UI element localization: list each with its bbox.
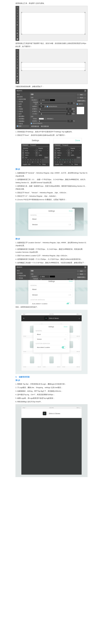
spread-slider[interactable] (39, 111, 67, 112)
effect-row-selected[interactable]: 投影 (16, 125, 29, 128)
kerning-input[interactable]: Metrics▾ (24, 152, 35, 154)
set-default-button[interactable]: 设置为默认值 (31, 125, 39, 128)
tool-icon[interactable]: ✦ (16, 29, 19, 32)
tab-character[interactable]: Character (21, 144, 29, 146)
tool-icon[interactable]: ✂ (16, 55, 19, 58)
anchor-point[interactable] (84, 12, 85, 13)
effect-row[interactable]: 外发光 (16, 122, 29, 125)
tool-icon[interactable]: ✎ (16, 15, 19, 18)
global-light-checkbox[interactable] (47, 106, 48, 107)
ok-button[interactable]: 确定 (76, 94, 86, 96)
tool-icon[interactable]: ▭ (16, 20, 19, 23)
tool-icon[interactable]: T (16, 61, 19, 64)
anchor-point[interactable] (21, 34, 22, 34)
tab-paragraph[interactable]: Paragraph (61, 144, 70, 146)
cancel-button[interactable]: 取消 (76, 96, 86, 99)
effect-row[interactable]: 混合选项 (16, 96, 29, 98)
blend-mode-select[interactable]: 正片叠底 (39, 99, 49, 101)
effect-row[interactable]: 图案叠加 (16, 120, 29, 122)
ok-button[interactable]: 确定 (76, 270, 86, 272)
effect-row[interactable]: 内阴影 (16, 108, 29, 110)
angle-value[interactable]: 90 (39, 106, 44, 108)
tool-icon[interactable]: ◐ (16, 66, 19, 69)
color-swatch[interactable] (50, 99, 55, 101)
anchor-point[interactable] (21, 12, 22, 13)
tool-icon[interactable]: ◧ (16, 75, 19, 78)
preview-checkbox[interactable] (76, 104, 78, 105)
tool-icon[interactable]: ↖ (16, 6, 19, 9)
tab-paragraph[interactable]: Paragraph (29, 144, 37, 146)
anchor-point[interactable] (21, 70, 22, 71)
opacity-value[interactable]: 4 (68, 102, 72, 104)
toggle-switch[interactable] (66, 303, 71, 304)
vscale-input[interactable]: 100% (24, 154, 35, 156)
noise-slider[interactable] (39, 121, 67, 121)
effect-row[interactable]: 内发光 (16, 110, 29, 113)
toggle-switch[interactable] (62, 346, 66, 348)
effect-row[interactable]: 描边 (16, 105, 29, 108)
antialias-checkbox[interactable] (45, 118, 46, 120)
contour-picker[interactable] (39, 118, 44, 120)
baseline-input[interactable]: 0 pt (24, 156, 44, 158)
tool-icon[interactable]: ✎ (16, 58, 19, 61)
autodetect-row[interactable]: Auto-detect Location (30, 301, 72, 304)
tool-icon[interactable]: ↖ (16, 50, 19, 52)
anchor-point[interactable] (21, 62, 22, 63)
language-select[interactable]: English: USA▾ (22, 163, 38, 166)
close-icon[interactable]: ✕ (84, 266, 86, 268)
hscale-input[interactable]: 100% (38, 154, 49, 156)
hamburger-icon[interactable]: ≡ (23, 317, 24, 319)
effect-row[interactable]: 斜面和浮雕 (16, 98, 29, 100)
size-slider[interactable] (39, 114, 65, 114)
effect-row[interactable]: 渐变叠加 (16, 118, 29, 120)
tool-icon[interactable]: ◐ (16, 24, 19, 26)
tool-icon[interactable]: ✂ (16, 12, 19, 15)
tool-icon[interactable]: ⬚ (16, 70, 19, 72)
tool-icon[interactable]: ◧ (16, 32, 19, 34)
knockout-checkbox[interactable] (31, 123, 32, 124)
done-button[interactable]: Done (64, 326, 68, 328)
about-row[interactable]: About› (36, 332, 68, 336)
font-family-select[interactable]: Helvetica▾ (22, 147, 37, 149)
type-style-buttons[interactable]: TTTTTtT'T,T̲Ŧ (22, 159, 49, 161)
opacity-slider[interactable] (39, 103, 67, 104)
opentype-buttons[interactable]: fiσstAadT1st½ (54, 161, 81, 163)
tracking-input[interactable]: 0▾ (38, 152, 49, 154)
done-button[interactable]: Done (69, 210, 72, 212)
tool-icon[interactable]: ⬤ (16, 38, 19, 40)
effect-row[interactable]: 颜色叠加 (16, 115, 29, 118)
anchor-point[interactable] (84, 70, 85, 71)
anchor-point[interactable] (84, 34, 85, 34)
product-card[interactable]: ♡ (62, 354, 80, 366)
antialias-select[interactable]: ªaSharp▾ (38, 163, 49, 166)
opentype-buttons[interactable]: fiσstAadT1st½ (22, 161, 49, 163)
font-weight-select[interactable]: Regular▾ (38, 147, 49, 149)
anchor-point[interactable] (84, 62, 85, 63)
product-card[interactable]: ♡ (42, 354, 60, 366)
font-size-input[interactable]: 14 pt▾ (24, 150, 35, 152)
tool-icon[interactable]: □ (16, 9, 19, 12)
done-button[interactable]: Done (69, 280, 72, 282)
type-style-buttons[interactable]: TTTTTtT'T,T̲Ŧ (54, 159, 81, 161)
tool-icon[interactable]: ✚ (16, 35, 19, 37)
tool-icon[interactable]: ⬤ (16, 81, 19, 83)
autodetect-row[interactable]: Auto-detect Location (36, 345, 68, 350)
new-style-button[interactable]: 新建样式(W)... (76, 100, 86, 102)
tool-icon[interactable]: ▭ (16, 64, 19, 66)
tool-icon[interactable]: □ (16, 52, 19, 55)
effect-row[interactable]: 纹理 (16, 103, 29, 105)
reset-default-button[interactable]: 复位为默认值 (40, 125, 49, 128)
tab-character[interactable]: Character (54, 144, 61, 146)
effect-row[interactable]: 等高线 (16, 100, 29, 103)
effect-row[interactable]: 光泽 (16, 113, 29, 115)
distance-slider[interactable] (39, 109, 65, 109)
leading-input[interactable]: 14 pt▾ (38, 150, 49, 152)
tool-icon[interactable]: T (16, 18, 19, 20)
tool-icon[interactable]: ✚ (16, 78, 19, 80)
about-row[interactable]: About› (30, 287, 72, 292)
cancel-button[interactable]: 取消 (76, 273, 86, 276)
product-card[interactable]: ♡ (23, 354, 41, 366)
tool-icon[interactable]: ✦ (16, 72, 19, 75)
tool-icon[interactable]: ⬚ (16, 26, 19, 29)
search-icon[interactable]: ⌕ (79, 317, 80, 319)
